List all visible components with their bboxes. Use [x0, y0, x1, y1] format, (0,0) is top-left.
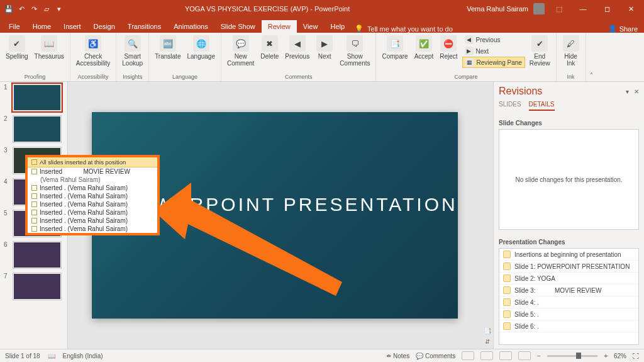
- callout-header: All slides inserted at this position: [40, 159, 126, 166]
- presentation-changes-list[interactable]: Insertions at beginning of presentation …: [499, 248, 639, 345]
- list-item[interactable]: Slide 6: .: [499, 320, 638, 332]
- slide-title-text[interactable]: POWERPOINT PRESENTATION: [122, 194, 458, 215]
- avatar[interactable]: [533, 3, 545, 14]
- quick-access-toolbar: 💾 ↶ ↷ ▱ ▾: [0, 4, 68, 14]
- undo-icon[interactable]: ↶: [16, 4, 26, 14]
- slide-changes-label: Slide Changes: [499, 120, 639, 127]
- delete-comment-button[interactable]: ✖Delete: [258, 34, 280, 68]
- revisions-title: Revisions: [499, 86, 542, 97]
- reading-view-button[interactable]: [499, 351, 512, 360]
- spell-check-icon[interactable]: 📖: [48, 353, 55, 359]
- group-comments-label: Comments: [285, 74, 313, 81]
- maximize-button[interactable]: ◻: [597, 2, 616, 16]
- tab-design[interactable]: Design: [87, 20, 121, 33]
- sorter-view-button[interactable]: [480, 351, 493, 360]
- group-proofing-label: Proofing: [25, 74, 46, 81]
- zoom-in-button[interactable]: +: [604, 353, 608, 359]
- language-status[interactable]: English (India): [63, 353, 103, 359]
- thumb-7[interactable]: [13, 273, 62, 300]
- rev-tab-details[interactable]: DETAILS: [529, 101, 555, 111]
- spelling-button[interactable]: ✔︎Spelling: [4, 34, 30, 61]
- stage-side-controls: 📑 ⇵: [482, 82, 493, 349]
- save-icon[interactable]: 💾: [4, 4, 14, 14]
- new-comment-button[interactable]: 💬New Comment: [225, 34, 256, 68]
- revision-callout[interactable]: All slides inserted at this position Ins…: [28, 157, 157, 233]
- zoom-out-button[interactable]: −: [537, 353, 541, 359]
- close-button[interactable]: ✕: [621, 2, 640, 16]
- notes-button[interactable]: ≐ Notes: [386, 353, 409, 359]
- check-accessibility-button[interactable]: ♿Check Accessibility: [74, 34, 112, 68]
- previous-comment-button[interactable]: ◀Previous: [283, 34, 311, 68]
- group-ink-label: Ink: [567, 74, 575, 81]
- fit-window-icon[interactable]: ⛶: [633, 353, 639, 359]
- tab-view[interactable]: View: [297, 20, 325, 33]
- qat-more-icon[interactable]: ▾: [54, 4, 64, 14]
- thesaurus-button[interactable]: 📖Thesaurus: [33, 34, 66, 61]
- next-comment-button[interactable]: ▶Next: [314, 34, 335, 68]
- tab-home[interactable]: Home: [26, 20, 57, 33]
- rev-tab-slides[interactable]: SLIDES: [499, 101, 521, 111]
- tab-animations[interactable]: Animations: [167, 20, 214, 33]
- group-insights-label: Insights: [123, 74, 142, 81]
- list-item[interactable]: Slide 3: MOVIE REVIEW: [499, 285, 638, 297]
- share-button[interactable]: 👤 Share: [608, 25, 638, 33]
- share-icon: 👤: [608, 25, 617, 33]
- normal-view-button[interactable]: [462, 351, 474, 360]
- collapse-ribbon-icon[interactable]: ˄: [586, 33, 597, 81]
- comments-button[interactable]: 💬 Comments: [416, 353, 455, 359]
- tab-slideshow[interactable]: Slide Show: [214, 20, 262, 33]
- thumb-2[interactable]: [13, 115, 62, 143]
- hide-ink-button[interactable]: 🖊Hide Ink: [560, 34, 582, 68]
- list-item[interactable]: Slide 2: YOGA: [499, 273, 638, 285]
- fit-slide-icon[interactable]: ⇵: [485, 338, 490, 345]
- presentation-changes-label: Presentation Changes: [499, 239, 639, 246]
- tab-transitions[interactable]: Transitions: [121, 20, 167, 33]
- list-item[interactable]: Slide 5: .: [499, 308, 638, 320]
- next-change-button[interactable]: ▶Next: [462, 45, 525, 57]
- smart-lookup-button[interactable]: 🔍Smart Lookup: [120, 34, 145, 68]
- lightbulb-icon: 💡: [355, 25, 364, 33]
- previous-change-button[interactable]: ◀Previous: [462, 34, 525, 45]
- reviewing-pane-button[interactable]: ▦Reviewing Pane: [462, 57, 525, 68]
- ribbon-tabs: File Home Insert Design Transitions Anim…: [0, 18, 644, 33]
- group-accessibility-label: Accessibility: [78, 74, 109, 81]
- list-item[interactable]: Insertions at beginning of presentation: [499, 249, 638, 261]
- ribbon-options-icon[interactable]: ⬚: [550, 2, 569, 16]
- user-name[interactable]: Vema Rahul Sairam: [467, 5, 528, 13]
- tab-insert[interactable]: Insert: [57, 20, 87, 33]
- tab-review[interactable]: Review: [262, 20, 297, 33]
- group-language-label: Language: [172, 74, 197, 81]
- thumb-1[interactable]: [13, 84, 62, 111]
- status-bar: Slide 1 of 18 📖 English (India) ≐ Notes …: [0, 349, 644, 362]
- title-bar: 💾 ↶ ↷ ▱ ▾ YOGA VS PHYSICAL EXERCISE (AVP…: [0, 0, 644, 18]
- slideshow-view-button[interactable]: [518, 351, 531, 360]
- tab-help[interactable]: Help: [324, 20, 351, 33]
- slide-changes-box: No slide changes for this presentation.: [499, 129, 639, 230]
- zoom-slider[interactable]: [547, 355, 597, 357]
- revision-marker-icon[interactable]: 📑: [484, 327, 491, 334]
- end-review-button[interactable]: ✔End Review: [528, 34, 552, 68]
- zoom-value[interactable]: 62%: [614, 353, 626, 359]
- tab-file[interactable]: File: [3, 20, 26, 33]
- slide-counter[interactable]: Slide 1 of 18: [5, 353, 40, 359]
- pane-options-icon[interactable]: ▾: [626, 88, 629, 95]
- group-compare-label: Compare: [455, 74, 478, 81]
- ribbon: ✔︎Spelling 📖Thesaurus Proofing ♿Check Ac…: [0, 33, 644, 82]
- minimize-button[interactable]: —: [574, 2, 592, 16]
- list-item[interactable]: Slide 1: POWERPOINT PRESENTATION: [499, 261, 638, 273]
- thumb-6[interactable]: [13, 241, 62, 269]
- start-slideshow-icon[interactable]: ▱: [42, 4, 52, 14]
- translate-button[interactable]: 🔤Translate: [153, 34, 182, 61]
- pane-close-icon[interactable]: ✕: [634, 88, 639, 95]
- revisions-pane: Revisions ▾✕ SLIDES DETAILS Slide Change…: [493, 82, 644, 349]
- window-title: YOGA VS PHYSICAL EXERCISE (AVP) - PowerP…: [68, 5, 467, 13]
- language-button[interactable]: 🌐Language: [185, 34, 217, 61]
- compare-button[interactable]: 📑Compare: [380, 34, 409, 68]
- show-comments-button[interactable]: 🗨Show Comments: [338, 34, 372, 68]
- list-item[interactable]: Slide 4: .: [499, 297, 638, 308]
- tell-me-search[interactable]: 💡 Tell me what you want to do: [355, 25, 453, 33]
- redo-icon[interactable]: ↷: [29, 4, 39, 14]
- accept-button[interactable]: ✅Accept: [413, 34, 436, 68]
- reject-button[interactable]: ⛔Reject: [438, 34, 459, 68]
